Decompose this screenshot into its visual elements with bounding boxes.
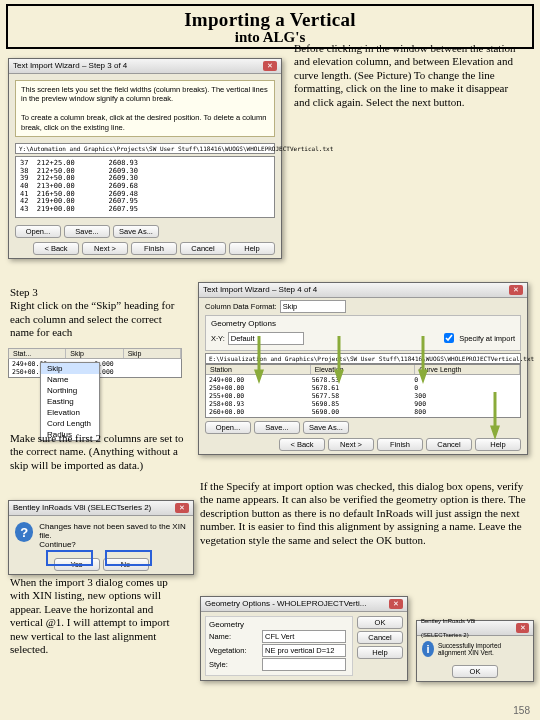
saveas-button[interactable]: Save As... xyxy=(113,225,159,238)
veg-label: Vegetation: xyxy=(209,646,259,655)
next-button[interactable]: Next > xyxy=(328,438,374,451)
back-button[interactable]: < Back xyxy=(279,438,325,451)
geom-label: Geometry xyxy=(209,620,349,629)
column-header[interactable]: Curve Length xyxy=(415,365,520,374)
dropdown-option[interactable]: Cord Length xyxy=(41,418,99,429)
data-cell: 300 xyxy=(414,392,517,400)
data-cell: 5690.00 xyxy=(312,408,415,416)
column-header[interactable]: Elevation xyxy=(311,365,416,374)
cancel-button[interactable]: Cancel xyxy=(426,438,472,451)
style-label: Style: xyxy=(209,660,259,669)
data-cell: 800 xyxy=(414,408,517,416)
wizard-step4-window: Text Import Wizard – Step 4 of 4 ✕ Colum… xyxy=(198,282,528,455)
data-cell: 5678.61 xyxy=(312,384,415,392)
wizard-step3-path: Y:\Automation and Graphics\Projects\SW U… xyxy=(15,143,275,154)
help-button[interactable]: Help xyxy=(475,438,521,451)
geom-options-titlebar[interactable]: Geometry Options - WHOLEPROJECTVerti... … xyxy=(201,597,407,612)
geom-options-window: Geometry Options - WHOLEPROJECTVerti... … xyxy=(200,596,408,681)
xor-label: X·Y: xyxy=(211,334,225,343)
bentley-confirm-title: Bentley InRoads V8i (SELECTseries 2) xyxy=(13,501,151,515)
finish-button[interactable]: Finish xyxy=(131,242,177,255)
geom-options-title: Geometry Options - WHOLEPROJECTVerti... xyxy=(205,597,366,611)
success-title: Bentley InRoads V8i (SELECTseries 2) xyxy=(421,614,516,642)
question-icon: ? xyxy=(15,522,33,542)
wizard-step3-data: 37 212+25.00 2608.93 38 212+50.00 2609.3… xyxy=(15,156,275,218)
wizard-step4-path: E:\Visualization and Graphics\Projects\S… xyxy=(205,353,521,364)
title-main: Importing a Vertical xyxy=(12,9,528,31)
data-cell: 260+00.00 xyxy=(209,408,312,416)
data-cell: 0 xyxy=(414,384,517,392)
right-paragraph-1: Before clicking in the window between th… xyxy=(294,42,526,109)
wizard-step3-right-buttons: < Back Next > Finish Cancel Help xyxy=(9,239,281,258)
wizard-step4-grid: StationElevationCurve Length 249+00.0056… xyxy=(205,364,521,418)
name-input[interactable] xyxy=(262,630,346,643)
page-number: 158 xyxy=(513,705,530,716)
go-label: Geometry Options xyxy=(211,319,515,328)
dropdown-option[interactable]: Elevation xyxy=(41,407,99,418)
success-window: Bentley InRoads V8i (SELECTseries 2) ✕ i… xyxy=(416,620,534,682)
open-button[interactable]: Open... xyxy=(205,421,251,434)
success-titlebar[interactable]: Bentley InRoads V8i (SELECTseries 2) ✕ xyxy=(417,621,533,636)
wizard-step3-titlebar[interactable]: Text Import Wizard – Step 3 of 4 ✕ xyxy=(9,59,281,74)
grid-head-c3[interactable]: Skip xyxy=(124,349,181,358)
open-button[interactable]: Open... xyxy=(15,225,61,238)
data-cell: 0 xyxy=(414,376,517,384)
dropdown-option[interactable]: Name xyxy=(41,374,99,385)
xor-select[interactable] xyxy=(228,332,304,345)
finish-button[interactable]: Finish xyxy=(377,438,423,451)
success-msg: Successfully imported alignment XIN Vert… xyxy=(438,642,528,656)
close-icon[interactable]: ✕ xyxy=(516,623,529,633)
column-dropdown[interactable]: SkipNameNorthingEastingElevationCord Len… xyxy=(40,362,100,441)
close-icon[interactable]: ✕ xyxy=(389,599,403,609)
cdf-select[interactable] xyxy=(280,300,346,313)
close-icon[interactable]: ✕ xyxy=(509,285,523,295)
close-icon[interactable]: ✕ xyxy=(263,61,277,71)
data-cell: 5690.85 xyxy=(312,400,415,408)
veg-input[interactable] xyxy=(262,644,346,657)
data-cell: 250+00.00 xyxy=(209,384,312,392)
cdf-label: Column Data Format: xyxy=(205,302,277,311)
geometry-options-group: Geometry Options X·Y: Specify at import xyxy=(205,315,521,351)
wizard-step4-title: Text Import Wizard – Step 4 of 4 xyxy=(203,283,317,297)
help-button[interactable]: Help xyxy=(357,646,403,659)
under2-paragraph: When the import 3 dialog comes up with X… xyxy=(10,576,188,656)
data-cell: 5678.53 xyxy=(312,376,415,384)
bentley-confirm-titlebar[interactable]: Bentley InRoads V8i (SELECTseries 2) ✕ xyxy=(9,501,193,516)
svg-rect-1 xyxy=(106,551,151,565)
close-icon[interactable]: ✕ xyxy=(175,503,189,513)
name-label: Name: xyxy=(209,632,259,641)
wizard-step4-titlebar[interactable]: Text Import Wizard – Step 4 of 4 ✕ xyxy=(199,283,527,298)
help-button[interactable]: Help xyxy=(229,242,275,255)
geom-options-body: Geometry Name: Vegetation: Style: OK Can… xyxy=(201,612,407,680)
cancel-button[interactable]: Cancel xyxy=(180,242,226,255)
under1-paragraph: Make sure the first 2 columns are set to… xyxy=(10,432,186,472)
column-data-format: Column Data Format: xyxy=(205,300,521,313)
wizard-step3-title: Text Import Wizard – Step 3 of 4 xyxy=(13,59,127,73)
back-button[interactable]: < Back xyxy=(33,242,79,255)
bentley-confirm-msg: Changes have not been saved to the XIN f… xyxy=(39,522,187,549)
style-input[interactable] xyxy=(262,658,346,671)
save-button[interactable]: Save... xyxy=(254,421,300,434)
specify-checkbox[interactable]: Specify at import xyxy=(440,330,515,346)
next-button[interactable]: Next > xyxy=(82,242,128,255)
wizard-step4-right-buttons: < Back Next > Finish Cancel Help xyxy=(199,435,527,454)
save-button[interactable]: Save... xyxy=(64,225,110,238)
data-cell: 255+00.00 xyxy=(209,392,312,400)
info-icon: i xyxy=(422,641,434,657)
grid-header: Stat... Skip Skip xyxy=(8,348,182,359)
dropdown-option[interactable]: Easting xyxy=(41,396,99,407)
data-cell: 900 xyxy=(414,400,517,408)
right-paragraph-2: If the Specify at import option was chec… xyxy=(200,480,528,547)
data-cell: 5677.58 xyxy=(312,392,415,400)
dropdown-option[interactable]: Skip xyxy=(41,363,99,374)
data-cell: 258+08.93 xyxy=(209,400,312,408)
svg-rect-0 xyxy=(47,551,92,565)
ok-button[interactable]: OK xyxy=(357,616,403,629)
grid-head-c2[interactable]: Skip xyxy=(66,349,123,358)
ok-button[interactable]: OK xyxy=(452,665,498,678)
cancel-button[interactable]: Cancel xyxy=(357,631,403,644)
saveas-button[interactable]: Save As... xyxy=(303,421,349,434)
grid-head-c1[interactable]: Stat... xyxy=(9,349,66,358)
step4-paragraph: Step 3 Right click on the “Skip” heading… xyxy=(10,286,182,340)
dropdown-option[interactable]: Northing xyxy=(41,385,99,396)
